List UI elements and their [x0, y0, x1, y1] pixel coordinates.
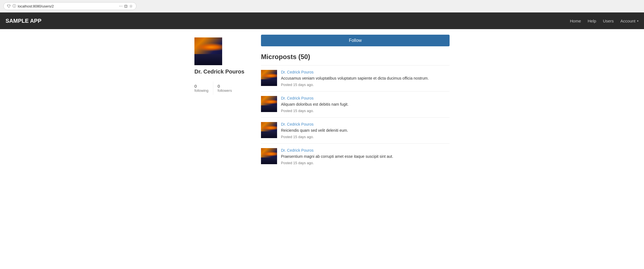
microposts-title: Microposts (50): [261, 53, 450, 61]
sidebar: Dr. Cedrick Pouros 0 following 0 followe…: [194, 35, 250, 169]
micropost-avatar: [261, 122, 277, 138]
following-count: 0: [194, 84, 209, 88]
micropost-text: Aliquam doloribus est debitis nam fugit.: [281, 101, 450, 107]
micropost-body: Dr. Cedrick Pouros Praesentium magni ab …: [281, 148, 450, 165]
url-text: localhost:8080/users/2: [18, 4, 115, 8]
micropost-body: Dr. Cedrick Pouros Reiciendis quam sed v…: [281, 122, 450, 139]
info-icon: ⓘ: [12, 4, 16, 9]
shield-icon: 🛡: [7, 4, 11, 8]
pocket-icon[interactable]: ⊡: [124, 4, 128, 8]
following-stat[interactable]: 0 following: [194, 82, 213, 95]
micropost-text: Reiciendis quam sed velit deleniti eum.: [281, 128, 450, 133]
address-bar[interactable]: 🛡 ⓘ localhost:8080/users/2 ··· ⊡ ☆: [3, 2, 136, 10]
chevron-down-icon: ▾: [637, 19, 638, 22]
nav-menu: Home Help Users Account ▾: [570, 19, 638, 23]
star-icon[interactable]: ☆: [129, 4, 133, 8]
micropost-user-link[interactable]: Dr. Cedrick Pouros: [281, 70, 450, 74]
micropost-timestamp: Posted 15 days ago.: [281, 109, 314, 113]
browser-more-icon[interactable]: ···: [119, 4, 123, 9]
micropost-timestamp: Posted 15 days ago.: [281, 83, 314, 87]
nav-help[interactable]: Help: [588, 19, 596, 23]
micropost-item: Dr. Cedrick Pouros Reiciendis quam sed v…: [261, 117, 450, 143]
followers-count: 0: [218, 84, 232, 88]
following-label: following: [194, 88, 209, 93]
stats-row: 0 following 0 followers: [194, 82, 250, 95]
micropost-timestamp: Posted 15 days ago.: [281, 161, 314, 165]
navbar: SAMPLE APP Home Help Users Account ▾: [0, 12, 644, 29]
followers-stat[interactable]: 0 followers: [218, 82, 236, 95]
content-area: Follow Microposts (50) Dr. Cedrick Pouro…: [261, 35, 450, 169]
followers-label: followers: [218, 88, 232, 93]
micropost-user-link[interactable]: Dr. Cedrick Pouros: [281, 96, 450, 100]
micropost-text: Praesentium magni ab corrupti amet esse …: [281, 154, 450, 159]
micropost-avatar: [261, 148, 277, 164]
micropost-body: Dr. Cedrick Pouros Accusamus veniam volu…: [281, 70, 450, 87]
nav-account[interactable]: Account ▾: [620, 19, 638, 23]
user-avatar: [194, 37, 222, 65]
micropost-item: Dr. Cedrick Pouros Aliquam doloribus est…: [261, 91, 450, 117]
account-label: Account: [620, 19, 635, 23]
micropost-user-link[interactable]: Dr. Cedrick Pouros: [281, 122, 450, 126]
browser-chrome: 🛡 ⓘ localhost:8080/users/2 ··· ⊡ ☆: [0, 0, 644, 12]
microposts-list: Dr. Cedrick Pouros Accusamus veniam volu…: [261, 65, 450, 169]
nav-home[interactable]: Home: [570, 19, 581, 23]
micropost-item: Dr. Cedrick Pouros Praesentium magni ab …: [261, 143, 450, 169]
main-container: Dr. Cedrick Pouros 0 following 0 followe…: [189, 29, 455, 175]
micropost-avatar: [261, 96, 277, 112]
sidebar-user-name: Dr. Cedrick Pouros: [194, 68, 250, 75]
micropost-user-link[interactable]: Dr. Cedrick Pouros: [281, 148, 450, 153]
nav-users[interactable]: Users: [603, 19, 614, 23]
micropost-text: Accusamus veniam voluptatibus voluptatum…: [281, 75, 450, 81]
micropost-body: Dr. Cedrick Pouros Aliquam doloribus est…: [281, 96, 450, 113]
micropost-avatar: [261, 70, 277, 86]
follow-button[interactable]: Follow: [261, 35, 450, 46]
micropost-item: Dr. Cedrick Pouros Accusamus veniam volu…: [261, 65, 450, 91]
app-brand[interactable]: SAMPLE APP: [6, 18, 41, 24]
micropost-timestamp: Posted 15 days ago.: [281, 135, 314, 139]
